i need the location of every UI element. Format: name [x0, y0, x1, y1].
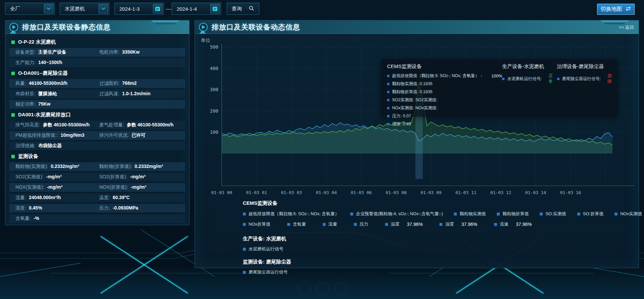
blue-square-icon: [243, 223, 246, 226]
chevron-down-icon[interactable]: [99, 4, 108, 13]
field-value: 已许可: [131, 132, 146, 138]
svg-text:01-03 04: 01-03 04: [316, 190, 337, 195]
svg-text:01-03 06: 01-03 06: [351, 190, 372, 195]
legend-item[interactable]: 磨尾除尘器运行信号: [243, 269, 288, 275]
blue-square-icon: [243, 213, 246, 216]
legend-item[interactable]: 超低排放限值（颗拉物:5: SOz-; NOx; 含氧量）: [243, 211, 339, 217]
field-label: 含氧量:: [15, 216, 31, 222]
plant-select[interactable]: 全厂: [5, 3, 55, 15]
legend-marker-icon: [502, 78, 504, 80]
field-label: 温度:: [99, 195, 110, 201]
legend-item[interactable]: 流速37.96%: [494, 221, 532, 227]
date-start-input[interactable]: 2024-1-3: [114, 3, 164, 15]
info-row: NOX(实测值):-mg/m³NOX(折算值):-mg/m³: [9, 183, 185, 192]
calendar-icon[interactable]: [210, 4, 220, 13]
tooltip-item-text: 颗粒物折算值: 0.1835: [392, 89, 432, 95]
info-cell: 排气筒高度:参数 46100-55300m/h: [15, 122, 99, 128]
legend-item-value: 37.96%: [461, 222, 477, 227]
field-value: 主要生产设备: [38, 49, 66, 55]
svg-text:01-03 09: 01-03 09: [421, 190, 442, 195]
field-label: 湿度:: [15, 205, 26, 211]
emissions-line-chart[interactable]: 单位10020030040050001-03 0001-03 0101-03 0…: [195, 34, 639, 215]
field-label: 风量:: [15, 80, 26, 86]
swap-arrows-icon: [625, 6, 631, 12]
legend-item[interactable]: 含氧量: [287, 221, 306, 227]
field-value: -mg/m³: [46, 174, 62, 179]
legend-item-label: 水泥磨机运行信号: [249, 246, 283, 252]
legend-item-label: 压力: [360, 221, 368, 227]
legend-item[interactable]: SO:实测值: [540, 211, 566, 217]
date-range-separator: —: [166, 3, 172, 15]
blue-square-icon: [354, 223, 357, 226]
field-label: 过滤风速:: [99, 91, 119, 97]
legend-item-label: 湿度: [445, 221, 454, 227]
chevron-down-icon[interactable]: [44, 4, 53, 13]
field-value: 46100-55300m3/h: [29, 80, 67, 86]
legend-marker-icon: [557, 78, 559, 80]
info-cell: 流量:24048.000m³/h: [15, 195, 99, 201]
search-icon: [249, 6, 254, 12]
switch-map-button[interactable]: 切换地图: [597, 4, 635, 15]
legend-production-title: 生产设备: 水泥磨机: [243, 236, 635, 242]
dynamic-panel-header: 排放口及关联设备动态信息 << 返回: [195, 20, 639, 34]
legend-item[interactable]: 企业预警值(颗粒物:4; sOz-; NOx-;含氧气量:-): [350, 211, 443, 217]
tooltip-item: NOx实测值: NOx实测值:: [387, 105, 502, 111]
legend-item[interactable]: NOx折算值: [243, 221, 270, 227]
field-value: 75Kw: [38, 101, 51, 107]
svg-text:01-03 16: 01-03 16: [560, 190, 581, 195]
date-end-input[interactable]: 2024-1-4: [172, 3, 221, 15]
legend-monitoring-title: 监测设备: 磨尾除尘器: [243, 259, 635, 265]
device-select[interactable]: 水泥磨机: [60, 3, 109, 15]
dashboard-root: 全厂 水泥磨机 2024-1-3 —: [0, 0, 644, 299]
blue-square-icon: [454, 213, 457, 216]
field-label: SO2(实测值):: [15, 174, 43, 180]
blue-square-icon: [540, 213, 543, 216]
production-status-value: 正常: [549, 73, 557, 84]
legend-item[interactable]: 湿度37.96%: [439, 221, 477, 227]
blue-square-icon: [577, 213, 580, 216]
legend-marker-icon: [387, 99, 389, 101]
field-value: 0.2332mg/m³: [135, 164, 163, 169]
field-value: -mg/m³: [130, 174, 146, 179]
legend-item[interactable]: 流量: [323, 221, 337, 227]
legend-item-label: 颗粒物折算值: [502, 211, 529, 217]
info-cell: NOX(实测值):-mg/m³: [15, 184, 99, 190]
legend-item-label: 颗粒物实测值: [460, 211, 486, 217]
legend-marker-icon: [387, 83, 389, 85]
info-cell: 设备类型:主要生产设备: [15, 49, 99, 55]
info-row: 颗粒物(实测值):0.2332mg/m³颗粒物(折算值):0.2332mg/m³: [9, 162, 185, 171]
legend-item[interactable]: 温度37.96%: [385, 221, 423, 227]
legend-marker-icon: [387, 123, 389, 125]
topbar: 全厂 水泥磨机 2024-1-3 —: [0, 0, 644, 17]
legend-item[interactable]: SO:折算值: [577, 211, 603, 217]
legend-item[interactable]: 颗粒物实测值: [454, 211, 486, 217]
query-button-label: 查询: [232, 6, 242, 12]
legend-item[interactable]: 水泥磨机运行信号: [243, 246, 283, 252]
info-cell: 额定功率:75Kw: [15, 101, 99, 107]
legend-item-label: 流量: [328, 221, 337, 227]
field-label: 流量:: [15, 195, 26, 201]
svg-text:01-03 00: 01-03 00: [211, 190, 232, 195]
field-value: 24048.000m³/h: [29, 195, 61, 200]
info-cell: PM超低排排放限值::10mg/Nm3: [15, 132, 99, 138]
tooltip-cems-title: CEMS监测设备: [387, 63, 502, 70]
field-label: 生产能力:: [15, 60, 36, 66]
field-label: SO2(折算值):: [99, 174, 127, 180]
green-square-icon: [11, 113, 15, 117]
legend-item[interactable]: 颗粒物折算值: [497, 211, 529, 217]
field-value: 布袋除尘器: [38, 143, 62, 149]
info-cell: 排污许可状况:已许可: [99, 132, 146, 138]
header-notch-decoration: [600, 20, 629, 24]
back-link[interactable]: << 返回: [619, 24, 634, 31]
field-value: 140~150t/h: [38, 60, 62, 65]
svg-text:200: 200: [210, 108, 218, 114]
calendar-icon[interactable]: [153, 4, 162, 13]
info-cell: 布袋材质:覆膜涤纶: [15, 91, 99, 97]
legend-item[interactable]: 压力: [354, 221, 368, 227]
info-cell: 颗粒物(实测值):0.2332mg/m³: [15, 164, 99, 170]
query-button[interactable]: 查询: [227, 3, 259, 15]
legend-item[interactable]: NOx实测值: [614, 211, 642, 217]
legend-marker-icon: [387, 91, 389, 93]
info-cell: 颗粒物(折算值):0.2332mg/m³: [99, 164, 163, 170]
tooltip-item-value: 100%: [491, 74, 502, 78]
